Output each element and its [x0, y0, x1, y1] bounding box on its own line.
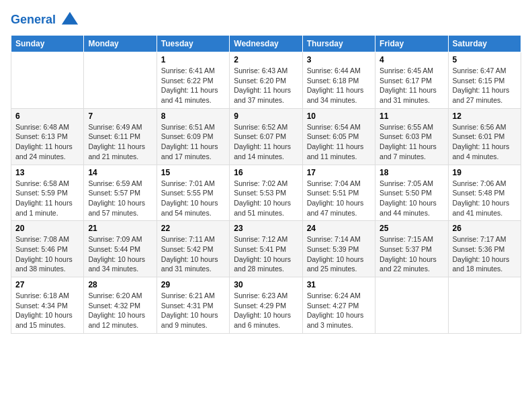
day-info: Sunrise: 6:47 AM Sunset: 6:15 PM Dayligh… [453, 66, 517, 105]
calendar-cell: 15Sunrise: 7:01 AM Sunset: 5:55 PM Dayli… [157, 165, 229, 221]
calendar-cell: 3Sunrise: 6:44 AM Sunset: 6:18 PM Daylig… [302, 52, 375, 109]
day-info: Sunrise: 7:11 AM Sunset: 5:42 PM Dayligh… [161, 234, 225, 274]
calendar-cell: 8Sunrise: 6:51 AM Sunset: 6:09 PM Daylig… [157, 108, 229, 165]
calendar-cell: 14Sunrise: 6:59 AM Sunset: 5:57 PM Dayli… [84, 165, 157, 221]
day-info: Sunrise: 6:54 AM Sunset: 6:05 PM Dayligh… [307, 122, 371, 162]
calendar-cell: 1Sunrise: 6:41 AM Sunset: 6:22 PM Daylig… [157, 52, 229, 109]
day-number: 4 [380, 55, 443, 64]
day-number: 1 [161, 55, 225, 64]
calendar-cell: 28Sunrise: 6:20 AM Sunset: 4:32 PM Dayli… [84, 277, 157, 334]
calendar-cell [448, 277, 521, 334]
day-number: 14 [88, 168, 152, 177]
day-of-week-header: Saturday [448, 36, 521, 52]
day-info: Sunrise: 7:06 AM Sunset: 5:48 PM Dayligh… [453, 179, 517, 218]
page-header: General [11, 11, 521, 27]
day-info: Sunrise: 7:04 AM Sunset: 5:51 PM Dayligh… [307, 179, 371, 218]
day-info: Sunrise: 7:02 AM Sunset: 5:53 PM Dayligh… [234, 179, 298, 218]
day-of-week-header: Sunday [11, 36, 84, 52]
logo-text: General [11, 11, 79, 30]
calendar-cell: 12Sunrise: 6:56 AM Sunset: 6:01 PM Dayli… [448, 108, 521, 165]
day-of-week-header: Wednesday [230, 36, 302, 52]
calendar-cell: 24Sunrise: 7:14 AM Sunset: 5:39 PM Dayli… [302, 221, 375, 277]
day-info: Sunrise: 7:17 AM Sunset: 5:36 PM Dayligh… [453, 234, 517, 274]
day-number: 23 [234, 224, 298, 233]
day-number: 19 [453, 168, 517, 177]
calendar-table: SundayMondayTuesdayWednesdayThursdayFrid… [11, 35, 521, 334]
calendar-cell: 5Sunrise: 6:47 AM Sunset: 6:15 PM Daylig… [448, 52, 521, 109]
day-number: 30 [234, 280, 298, 289]
day-info: Sunrise: 6:24 AM Sunset: 4:27 PM Dayligh… [307, 291, 371, 330]
calendar-cell [375, 277, 448, 334]
calendar-cell: 19Sunrise: 7:06 AM Sunset: 5:48 PM Dayli… [448, 165, 521, 221]
day-number: 18 [380, 168, 443, 177]
day-info: Sunrise: 7:12 AM Sunset: 5:41 PM Dayligh… [234, 234, 298, 274]
day-number: 20 [15, 224, 79, 233]
day-number: 7 [88, 111, 152, 121]
calendar-cell: 7Sunrise: 6:49 AM Sunset: 6:11 PM Daylig… [84, 108, 157, 165]
calendar-cell: 31Sunrise: 6:24 AM Sunset: 4:27 PM Dayli… [302, 277, 375, 334]
day-info: Sunrise: 6:51 AM Sunset: 6:09 PM Dayligh… [161, 122, 225, 162]
day-info: Sunrise: 6:41 AM Sunset: 6:22 PM Dayligh… [161, 66, 225, 105]
calendar-cell: 30Sunrise: 6:23 AM Sunset: 4:29 PM Dayli… [230, 277, 302, 334]
day-number: 22 [161, 224, 225, 233]
calendar-cell: 11Sunrise: 6:55 AM Sunset: 6:03 PM Dayli… [375, 108, 448, 165]
calendar-cell: 27Sunrise: 6:18 AM Sunset: 4:34 PM Dayli… [11, 277, 84, 334]
day-info: Sunrise: 6:56 AM Sunset: 6:01 PM Dayligh… [453, 122, 517, 162]
day-info: Sunrise: 6:45 AM Sunset: 6:17 PM Dayligh… [380, 66, 443, 105]
day-number: 29 [161, 280, 225, 289]
calendar-cell: 23Sunrise: 7:12 AM Sunset: 5:41 PM Dayli… [230, 221, 302, 277]
logo: General [11, 11, 79, 27]
day-info: Sunrise: 6:49 AM Sunset: 6:11 PM Dayligh… [88, 122, 152, 162]
day-info: Sunrise: 6:52 AM Sunset: 6:07 PM Dayligh… [234, 122, 298, 162]
day-info: Sunrise: 6:59 AM Sunset: 5:57 PM Dayligh… [88, 179, 152, 218]
day-of-week-header: Friday [375, 36, 448, 52]
calendar-cell: 13Sunrise: 6:58 AM Sunset: 5:59 PM Dayli… [11, 165, 84, 221]
calendar-cell: 6Sunrise: 6:48 AM Sunset: 6:13 PM Daylig… [11, 108, 84, 165]
day-number: 10 [307, 111, 371, 121]
day-number: 9 [234, 111, 298, 121]
day-number: 2 [234, 55, 298, 64]
day-of-week-header: Thursday [302, 36, 375, 52]
day-info: Sunrise: 7:14 AM Sunset: 5:39 PM Dayligh… [307, 234, 371, 274]
calendar-cell [84, 52, 157, 109]
day-info: Sunrise: 6:48 AM Sunset: 6:13 PM Dayligh… [15, 122, 79, 162]
day-number: 6 [15, 111, 79, 121]
day-info: Sunrise: 6:58 AM Sunset: 5:59 PM Dayligh… [15, 179, 79, 218]
calendar-cell: 4Sunrise: 6:45 AM Sunset: 6:17 PM Daylig… [375, 52, 448, 109]
day-number: 8 [161, 111, 225, 121]
day-number: 24 [307, 224, 371, 233]
day-number: 21 [88, 224, 152, 233]
day-number: 3 [307, 55, 371, 64]
day-number: 28 [88, 280, 152, 289]
day-number: 5 [453, 55, 517, 64]
svg-marker-0 [62, 12, 78, 25]
calendar-cell: 26Sunrise: 7:17 AM Sunset: 5:36 PM Dayli… [448, 221, 521, 277]
day-of-week-header: Tuesday [157, 36, 229, 52]
day-number: 12 [453, 111, 517, 121]
day-info: Sunrise: 6:43 AM Sunset: 6:20 PM Dayligh… [234, 66, 298, 105]
day-of-week-header: Monday [84, 36, 157, 52]
day-number: 31 [307, 280, 371, 289]
calendar-cell: 22Sunrise: 7:11 AM Sunset: 5:42 PM Dayli… [157, 221, 229, 277]
day-info: Sunrise: 6:20 AM Sunset: 4:32 PM Dayligh… [88, 291, 152, 330]
day-info: Sunrise: 6:55 AM Sunset: 6:03 PM Dayligh… [380, 122, 443, 162]
calendar-cell: 10Sunrise: 6:54 AM Sunset: 6:05 PM Dayli… [302, 108, 375, 165]
calendar-cell: 21Sunrise: 7:09 AM Sunset: 5:44 PM Dayli… [84, 221, 157, 277]
day-number: 27 [15, 280, 79, 289]
day-number: 11 [380, 111, 443, 121]
day-info: Sunrise: 6:21 AM Sunset: 4:31 PM Dayligh… [161, 291, 225, 330]
calendar-cell: 18Sunrise: 7:05 AM Sunset: 5:50 PM Dayli… [375, 165, 448, 221]
day-number: 17 [307, 168, 371, 177]
day-info: Sunrise: 6:18 AM Sunset: 4:34 PM Dayligh… [15, 291, 79, 330]
day-info: Sunrise: 7:05 AM Sunset: 5:50 PM Dayligh… [380, 179, 443, 218]
day-info: Sunrise: 6:44 AM Sunset: 6:18 PM Dayligh… [307, 66, 371, 105]
day-info: Sunrise: 7:08 AM Sunset: 5:46 PM Dayligh… [15, 234, 79, 274]
calendar-cell: 17Sunrise: 7:04 AM Sunset: 5:51 PM Dayli… [302, 165, 375, 221]
day-info: Sunrise: 7:01 AM Sunset: 5:55 PM Dayligh… [161, 179, 225, 218]
calendar-cell [11, 52, 84, 109]
day-number: 13 [15, 168, 79, 177]
day-number: 26 [453, 224, 517, 233]
calendar-cell: 2Sunrise: 6:43 AM Sunset: 6:20 PM Daylig… [230, 52, 302, 109]
day-number: 15 [161, 168, 225, 177]
day-info: Sunrise: 7:09 AM Sunset: 5:44 PM Dayligh… [88, 234, 152, 274]
